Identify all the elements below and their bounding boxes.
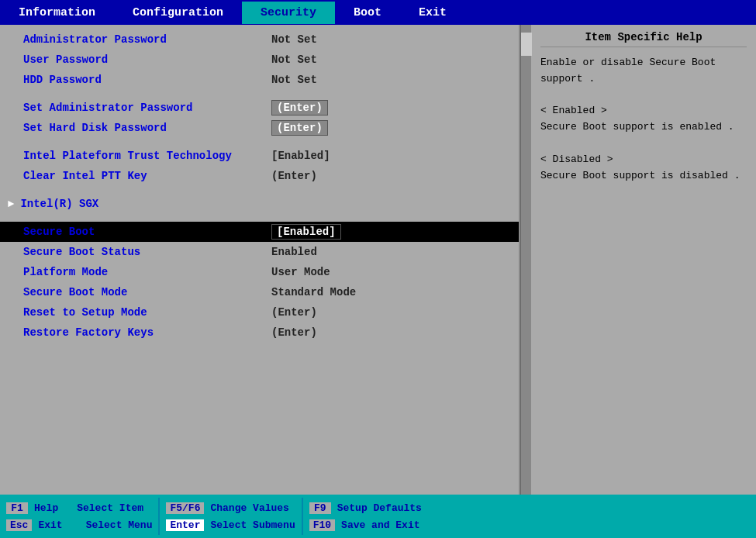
right-panel: Item Specific Help Enable or disable Sec… (531, 25, 756, 495)
set-hdd-password-row[interactable]: Set Hard Disk Password (Enter) (0, 118, 519, 138)
spacer (0, 214, 519, 222)
bottom-row-4: Enter Select Submenu (166, 518, 295, 533)
help-title: Item Specific Help (540, 31, 747, 47)
menu-exit[interactable]: Exit (400, 2, 465, 24)
restore-factory-keys-row[interactable]: Restore Factory Keys (Enter) (0, 322, 519, 343)
row-value: Standard Mode (271, 286, 356, 298)
row-label: Restore Factory Keys (23, 326, 271, 339)
menu-security[interactable]: Security (242, 2, 335, 24)
enter-desc: Select Submenu (210, 519, 295, 531)
left-panel: Administrator Password Not Set User Pass… (0, 25, 520, 495)
row-value: Not Set (271, 53, 317, 66)
row-label: Administrator Password (23, 33, 271, 46)
esc-desc: Exit (38, 519, 62, 531)
f1-key: F1 (6, 502, 28, 514)
row-label: Secure Boot Status (23, 246, 271, 258)
secure-boot-status-row[interactable]: Secure Boot Status Enabled (0, 242, 519, 262)
f10-desc: Save and Exit (341, 519, 419, 531)
menu-boot[interactable]: Boot (335, 2, 400, 24)
bottom-bar: F1 Help Select Item Esc Exit Select Menu… (0, 495, 756, 538)
row-label: Secure Boot (23, 226, 271, 238)
platform-mode-row[interactable]: Platform Mode User Mode (0, 262, 519, 282)
bottom-row-2: Esc Exit Select Menu (6, 518, 152, 533)
list-item[interactable]: HDD Password Not Set (0, 70, 519, 90)
list-item[interactable]: User Password Not Set (0, 50, 519, 70)
submenu-arrow-icon: ► (8, 198, 14, 210)
row-label: User Password (23, 53, 271, 66)
bottom-row-3: F5/F6 Change Values (166, 501, 295, 516)
row-value: Enabled (271, 246, 317, 258)
bottom-row-6: F10 Save and Exit (309, 518, 422, 533)
row-label: HDD Password (23, 74, 271, 86)
f5f6-desc: Change Values (210, 502, 288, 514)
scrollbar-thumb[interactable] (521, 33, 532, 56)
help-text: Enable or disable Secure Boot support . … (540, 55, 747, 184)
f9-desc: Setup Defaults (337, 502, 422, 514)
f5f6-key: F5/F6 (166, 502, 204, 514)
row-value: (Enter) (271, 170, 317, 182)
select-menu-desc: Select Menu (86, 519, 153, 531)
row-value: (Enter) (271, 100, 328, 116)
reset-setup-mode-row[interactable]: Reset to Setup Mode (Enter) (0, 302, 519, 322)
clear-ptt-row[interactable]: Clear Intel PTT Key (Enter) (0, 166, 519, 186)
row-value: (Enter) (271, 306, 317, 319)
f10-key: F10 (309, 519, 335, 531)
row-label: Intel Plateform Trust Technology (23, 150, 271, 162)
row-value: Not Set (271, 74, 317, 86)
spacer (0, 186, 519, 194)
bottom-row-1: F1 Help Select Item (6, 501, 152, 516)
row-value: [Enabled] (271, 150, 330, 162)
row-label: Clear Intel PTT Key (23, 170, 271, 182)
row-label: Secure Boot Mode (23, 286, 271, 298)
select-item-desc: Select Item (77, 502, 143, 514)
secure-boot-row[interactable]: Secure Boot [Enabled] (0, 222, 519, 242)
row-label: Intel(R) SGX (20, 198, 268, 210)
menu-bar: Information Configuration Security Boot … (0, 0, 756, 25)
menu-configuration[interactable]: Configuration (114, 2, 242, 24)
row-value: User Mode (271, 266, 330, 278)
intel-sgx-row[interactable]: ► Intel(R) SGX (0, 194, 519, 214)
spacer (0, 90, 519, 98)
f1-desc: Help (34, 502, 58, 514)
enter-key: Enter (166, 519, 204, 531)
row-label: Set Hard Disk Password (23, 122, 271, 134)
f9-key: F9 (309, 502, 331, 514)
row-label: Set Administrator Password (23, 102, 271, 114)
main-content: Administrator Password Not Set User Pass… (0, 25, 756, 495)
secure-boot-mode-row[interactable]: Secure Boot Mode Standard Mode (0, 282, 519, 302)
spacer (0, 138, 519, 146)
bottom-row-5: F9 Setup Defaults (309, 501, 422, 516)
row-label: Reset to Setup Mode (23, 306, 271, 319)
intel-ptt-row[interactable]: Intel Plateform Trust Technology [Enable… (0, 146, 519, 166)
row-value: [Enabled] (271, 224, 341, 240)
row-label: Platform Mode (23, 266, 271, 278)
esc-key: Esc (6, 519, 32, 531)
scrollbar[interactable] (520, 25, 531, 495)
list-item[interactable]: Administrator Password Not Set (0, 29, 519, 50)
row-value: Not Set (271, 33, 317, 46)
menu-information[interactable]: Information (0, 2, 114, 24)
row-value: (Enter) (271, 120, 328, 136)
row-value: (Enter) (271, 326, 317, 339)
set-admin-password-row[interactable]: Set Administrator Password (Enter) (0, 98, 519, 118)
